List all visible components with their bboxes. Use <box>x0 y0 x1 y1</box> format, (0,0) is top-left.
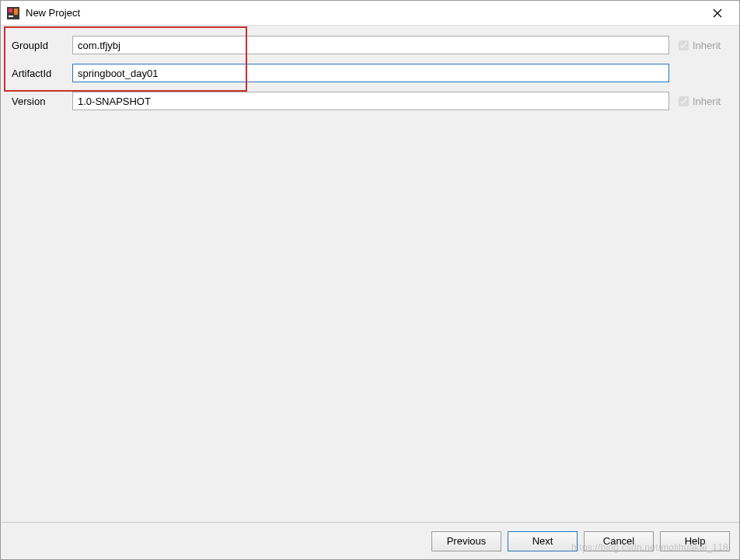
svg-rect-1 <box>9 9 12 12</box>
artifactid-row: ArtifactId <box>9 63 731 83</box>
cancel-button[interactable]: Cancel <box>584 531 654 551</box>
groupid-inherit: Inherit <box>669 40 731 51</box>
content-area: GroupId Inherit ArtifactId Version Inher… <box>1 26 739 128</box>
previous-button[interactable]: Previous <box>431 531 501 551</box>
version-label: Version <box>9 96 72 107</box>
next-button[interactable]: Next <box>508 531 578 551</box>
svg-rect-3 <box>14 9 18 15</box>
version-row: Version Inherit <box>9 91 731 111</box>
version-inherit-checkbox <box>679 96 689 106</box>
window-title: New Project <box>26 7 702 19</box>
titlebar: New Project <box>1 1 739 26</box>
version-inherit: Inherit <box>669 96 731 107</box>
groupid-inherit-checkbox <box>679 40 689 50</box>
groupid-input[interactable] <box>72 36 669 54</box>
groupid-label: GroupId <box>9 40 72 51</box>
groupid-inherit-label: Inherit <box>693 40 721 51</box>
version-input[interactable] <box>72 92 669 110</box>
button-bar: Previous Next Cancel Help <box>1 522 739 559</box>
artifactid-input[interactable] <box>72 64 669 82</box>
artifactid-label: ArtifactId <box>9 68 72 79</box>
close-button[interactable] <box>702 2 733 24</box>
groupid-row: GroupId Inherit <box>9 35 731 55</box>
app-icon <box>7 7 19 19</box>
help-button[interactable]: Help <box>660 531 730 551</box>
svg-rect-2 <box>9 16 13 17</box>
version-inherit-label: Inherit <box>693 96 721 107</box>
